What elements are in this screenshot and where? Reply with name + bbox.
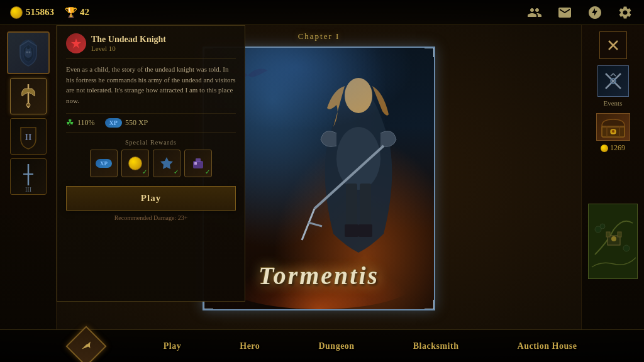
reward-coin-icon [128, 156, 142, 170]
map-area [585, 159, 641, 323]
main-area: II III The Undead Knight Level 10 [0, 25, 644, 329]
play-diamond-icon [79, 337, 93, 354]
nav-item-dungeon[interactable]: Dungeon [306, 336, 367, 356]
reward-item4-check: ✓ [205, 168, 210, 175]
small-coin-icon [601, 145, 608, 152]
svg-text:II: II [25, 133, 31, 142]
play-diamond-container[interactable] [67, 327, 105, 363]
events-label: Events [604, 99, 623, 107]
corner-br [425, 300, 435, 310]
quest-icon [66, 33, 86, 53]
nav-play-area [55, 327, 118, 363]
svg-rect-18 [346, 184, 357, 228]
quest-stats: ☘ 110% XP 550 XP [66, 113, 236, 133]
svg-point-3 [28, 52, 30, 53]
quest-title-group: The Undead Knight Level 10 [91, 35, 166, 52]
right-sidebar: Events [581, 25, 644, 329]
svg-rect-11 [196, 158, 201, 162]
svg-point-31 [612, 130, 614, 133]
sidebar-level-1[interactable] [10, 78, 47, 114]
chapter-label: Chapter I [298, 31, 340, 41]
svg-rect-19 [360, 184, 371, 228]
nav-dungeon-label: Dungeon [318, 341, 354, 351]
nav-blacksmith-label: Blacksmith [413, 341, 459, 351]
quest-panel: The Undead Knight Level 10 Even as a chi… [57, 25, 245, 302]
recommended-damage: Recommended Damage: 23+ [66, 214, 236, 221]
nav-hero-label: Hero [240, 341, 260, 351]
coins-display: 515863 [10, 6, 54, 19]
topbar: 515863 🏆 42 [0, 0, 644, 25]
coin-icon [10, 6, 23, 19]
close-button[interactable] [599, 31, 627, 59]
reward-xp-badge: XP [96, 159, 112, 168]
trophy-icon: 🏆 [65, 7, 77, 18]
svg-point-5 [26, 103, 30, 107]
svg-rect-21 [358, 224, 372, 237]
chest-coin-amount: 1269 [610, 143, 625, 153]
play-quest-button[interactable]: Play [66, 186, 236, 211]
svg-rect-20 [345, 224, 358, 237]
events-button[interactable]: Events [597, 65, 629, 107]
svg-point-1 [25, 49, 32, 58]
sidebar-level-3[interactable]: III [10, 158, 47, 195]
mail-icon[interactable] [556, 4, 574, 21]
nav-item-play[interactable]: Play [151, 336, 194, 356]
left-sidebar: II III [0, 25, 57, 329]
reward-coin-check: ✓ [142, 168, 147, 175]
svg-point-0 [19, 40, 37, 60]
svg-line-28 [613, 74, 616, 76]
svg-rect-12 [194, 162, 197, 165]
rewards-row: XP ✓ ✓ ✓ [66, 150, 236, 177]
bottom-nav: Play Hero Dungeon Blacksmith Auction Hou… [0, 329, 644, 362]
hero-portrait[interactable] [7, 31, 50, 74]
chest-button[interactable]: 1269 [596, 113, 630, 153]
luck-stat: ☘ 110% [66, 118, 95, 128]
svg-point-41 [623, 245, 630, 251]
xp-value: 550 XP [125, 118, 148, 128]
map-fragment [588, 204, 638, 279]
clover-icon: ☘ [66, 118, 74, 128]
svg-point-2 [26, 52, 28, 53]
reward-item-3: ✓ [153, 150, 180, 177]
xp-stat: XP 550 XP [105, 118, 148, 128]
svg-rect-38 [618, 232, 621, 237]
svg-line-27 [611, 74, 613, 76]
reward-xp: XP [90, 150, 118, 177]
trophy-count: 42 [80, 7, 89, 18]
nav-play-label: Play [164, 341, 181, 351]
corner-tr [425, 47, 435, 57]
settings-icon[interactable] [616, 4, 634, 21]
helmet-icon[interactable] [586, 4, 604, 21]
svg-point-40 [600, 224, 605, 229]
topbar-left: 515863 🏆 42 [10, 6, 526, 19]
chest-coins-display: 1269 [601, 143, 625, 153]
coin-amount: 515863 [26, 7, 54, 18]
quest-level: Level 10 [91, 45, 166, 52]
xp-badge: XP [105, 118, 122, 128]
nav-auction-label: Auction House [518, 341, 577, 351]
sidebar-level-2[interactable]: II [10, 118, 47, 155]
events-icon [597, 65, 629, 97]
nav-item-auction-house[interactable]: Auction House [505, 336, 590, 356]
nav-item-blacksmith[interactable]: Blacksmith [401, 336, 472, 356]
trophy-display: 🏆 42 [65, 7, 89, 18]
svg-line-17 [308, 222, 322, 226]
svg-text:III: III [25, 186, 31, 192]
chest-icon [596, 113, 630, 141]
quest-title: The Undead Knight [91, 35, 166, 45]
quest-header: The Undead Knight Level 10 [66, 33, 236, 53]
topbar-right [526, 4, 634, 21]
svg-point-42 [611, 236, 616, 241]
nav-item-hero[interactable]: Hero [227, 336, 272, 356]
reward-item3-check: ✓ [174, 168, 179, 175]
svg-rect-37 [606, 232, 610, 237]
reward-item-4: ✓ [184, 150, 212, 177]
luck-value: 110% [77, 118, 95, 128]
friends-icon[interactable] [526, 4, 543, 21]
reward-coin: ✓ [121, 150, 149, 177]
special-rewards-label: Special Rewards [66, 139, 236, 146]
quest-description: Even as a child, the story of the undead… [66, 58, 236, 106]
